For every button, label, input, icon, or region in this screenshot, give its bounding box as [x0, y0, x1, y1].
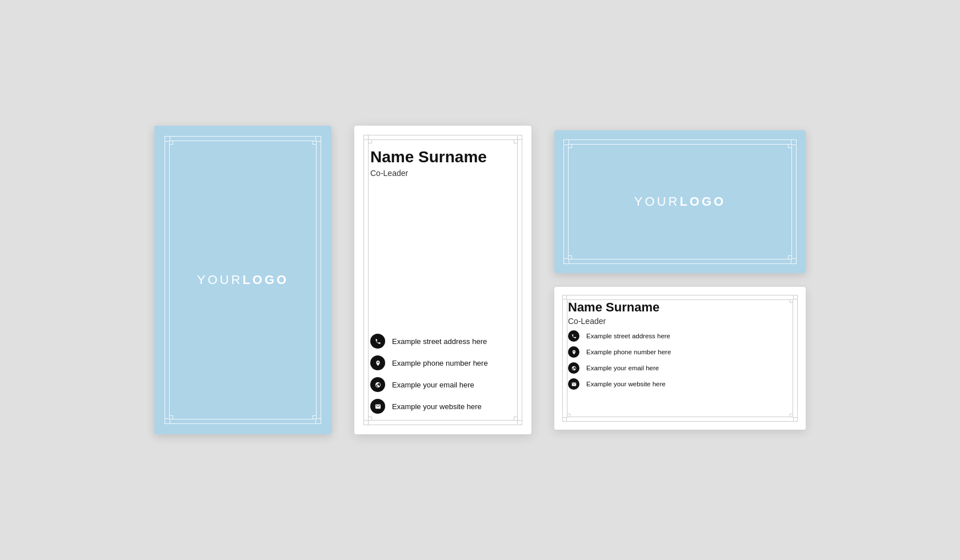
corner-inner-hz-br — [788, 255, 792, 259]
contact-address-text: Example street address here — [392, 337, 487, 346]
right-column: YOURLOGO Name Surname Co-Leader — [554, 130, 806, 430]
card-vertical-white: Name Surname Co-Leader Example street ad… — [354, 126, 531, 434]
globe-icon — [370, 377, 385, 392]
corner-inner-hz-tr — [788, 144, 792, 148]
corner-inner-hz-bl — [568, 255, 572, 259]
card-horizontal-white: Name Surname Co-Leader Example street ad… — [554, 287, 806, 430]
email-icon — [370, 399, 385, 414]
corner-white-bl — [363, 420, 369, 425]
hz-globe-icon — [568, 362, 579, 374]
corner-inner-tl — [169, 141, 173, 145]
corner-inner-br — [313, 415, 317, 419]
location-icon — [370, 355, 385, 370]
corner-hwh-tl — [562, 295, 567, 299]
hz-contact-email-text: Example your email here — [586, 365, 659, 371]
contact-list-vertical: Example street address here Example phon… — [370, 334, 515, 414]
corner-inner-white-tr — [514, 139, 518, 143]
card-title-vertical: Co-Leader — [370, 169, 515, 178]
hz-contact-email: Example your email here — [568, 362, 792, 374]
contact-address: Example street address here — [370, 334, 515, 349]
corner-inner-bl — [169, 415, 173, 419]
phone-icon — [370, 334, 385, 349]
corner-hwh-bl — [562, 417, 567, 422]
corner-inner-white-tl — [368, 139, 372, 143]
card-name-horizontal: Name Surname — [568, 301, 792, 314]
hz-contact-website-text: Example your website here — [586, 381, 666, 387]
hz-contact-address-text: Example street address here — [586, 333, 670, 339]
card-name-vertical: Name Surname — [370, 149, 515, 166]
card-vertical-blue: YOURLOGO — [154, 126, 331, 434]
hz-contact-phone-text: Example phone number here — [586, 349, 671, 355]
contact-phone-text: Example phone number here — [392, 359, 488, 367]
corner-inner-white-br — [514, 417, 518, 421]
hz-contact-website: Example your website here — [568, 378, 792, 390]
corner-white-br — [517, 420, 522, 425]
contact-website-text: Example your website here — [392, 402, 482, 411]
corner-inner-white-bl — [368, 417, 372, 421]
contact-email: Example your email here — [370, 377, 515, 392]
corner-white-tr — [517, 135, 522, 140]
hz-contact-phone: Example phone number here — [568, 346, 792, 358]
frame-inner-blue — [169, 141, 317, 419]
frame-inner-hz — [568, 144, 792, 259]
card-title-horizontal: Co-Leader — [568, 317, 792, 326]
hz-phone-icon — [568, 330, 579, 342]
corner-hwh-tr — [793, 295, 798, 299]
corner-inner-hwh-bl — [567, 414, 570, 417]
canvas: YOURLOGO Name Surname Co-Leader Example … — [154, 126, 806, 434]
corner-inner-hz-tl — [568, 144, 572, 148]
hz-email-icon — [568, 378, 579, 390]
contact-email-text: Example your email here — [392, 381, 474, 389]
corner-inner-hwh-br — [790, 414, 793, 417]
hz-location-icon — [568, 346, 579, 358]
hz-contact-address: Example street address here — [568, 330, 792, 342]
contact-phone: Example phone number here — [370, 355, 515, 370]
contact-list-horizontal: Example street address here Example phon… — [568, 330, 792, 390]
corner-inner-tr — [313, 141, 317, 145]
corner-hwh-br — [793, 417, 798, 422]
card-horizontal-blue: YOURLOGO — [554, 130, 806, 273]
contact-website: Example your website here — [370, 399, 515, 414]
